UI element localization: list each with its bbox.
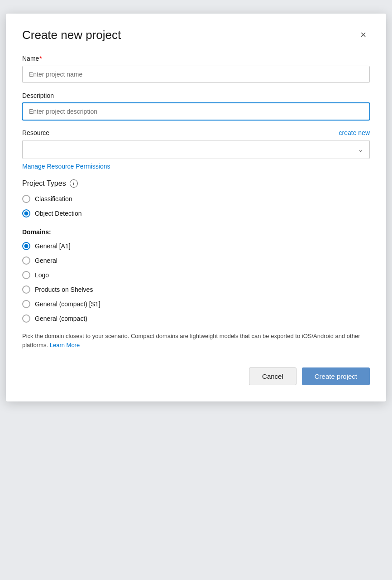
close-button[interactable]: × xyxy=(357,28,370,42)
classification-radio[interactable] xyxy=(22,195,30,203)
resource-field-group: Resource create new ⌄ Manage Resource Pe… xyxy=(22,129,370,170)
description-input[interactable] xyxy=(22,103,370,120)
dialog-footer: Cancel Create project xyxy=(22,367,370,385)
info-icon[interactable]: i xyxy=(70,179,78,188)
resource-select[interactable] xyxy=(22,140,370,159)
description-label: Description xyxy=(22,92,370,99)
resource-select-wrapper: ⌄ xyxy=(22,140,370,159)
domains-title: Domains: xyxy=(22,228,370,236)
resource-header: Resource create new xyxy=(22,129,370,136)
domain-logo[interactable]: Logo xyxy=(22,271,370,279)
logo-label: Logo xyxy=(35,271,49,279)
project-types-section: Project Types i Classification Object De… xyxy=(22,179,370,218)
general-compact-label: General (compact) xyxy=(35,315,87,322)
general-a1-label: General [A1] xyxy=(35,242,71,250)
project-type-object-detection[interactable]: Object Detection xyxy=(22,209,370,218)
object-detection-radio[interactable] xyxy=(22,209,30,218)
domain-general[interactable]: General xyxy=(22,256,370,265)
create-project-button[interactable]: Create project xyxy=(302,367,370,385)
object-detection-label: Object Detection xyxy=(35,210,82,217)
general-a1-radio[interactable] xyxy=(22,242,30,250)
general-compact-s1-label: General (compact) [S1] xyxy=(35,300,100,308)
domain-hint-text: Pick the domain closest to your scenario… xyxy=(22,332,370,349)
dialog-header: Create new project × xyxy=(22,28,370,42)
name-label: Name* xyxy=(22,55,370,62)
domains-section: Domains: General [A1] General Logo Produ… xyxy=(22,228,370,349)
domain-general-compact-s1[interactable]: General (compact) [S1] xyxy=(22,300,370,308)
project-types-radio-group: Classification Object Detection xyxy=(22,195,370,218)
description-field-group: Description xyxy=(22,92,370,120)
general-label: General xyxy=(35,257,57,264)
name-input[interactable] xyxy=(22,66,370,83)
project-type-classification[interactable]: Classification xyxy=(22,195,370,203)
products-on-shelves-label: Products on Shelves xyxy=(35,286,93,293)
create-project-dialog: Create new project × Name* Description R… xyxy=(6,14,386,401)
classification-label: Classification xyxy=(35,195,72,203)
required-indicator: * xyxy=(39,55,42,62)
learn-more-link[interactable]: Learn More xyxy=(50,342,80,348)
general-radio[interactable] xyxy=(22,256,30,265)
cancel-button[interactable]: Cancel xyxy=(249,367,296,385)
logo-radio[interactable] xyxy=(22,271,30,279)
general-compact-radio[interactable] xyxy=(22,314,30,323)
dialog-overlay: Create new project × Name* Description R… xyxy=(6,9,386,580)
create-new-link[interactable]: create new xyxy=(339,129,370,136)
name-field-group: Name* xyxy=(22,55,370,83)
resource-label: Resource xyxy=(22,129,49,136)
products-on-shelves-radio[interactable] xyxy=(22,285,30,294)
manage-permissions-link[interactable]: Manage Resource Permissions xyxy=(22,163,110,170)
domain-general-compact[interactable]: General (compact) xyxy=(22,314,370,323)
project-types-title: Project Types i xyxy=(22,179,370,188)
domains-radio-group: General [A1] General Logo Products on Sh… xyxy=(22,242,370,323)
dialog-title: Create new project xyxy=(22,28,121,42)
general-compact-s1-radio[interactable] xyxy=(22,300,30,308)
domain-products-on-shelves[interactable]: Products on Shelves xyxy=(22,285,370,294)
domain-general-a1[interactable]: General [A1] xyxy=(22,242,370,250)
